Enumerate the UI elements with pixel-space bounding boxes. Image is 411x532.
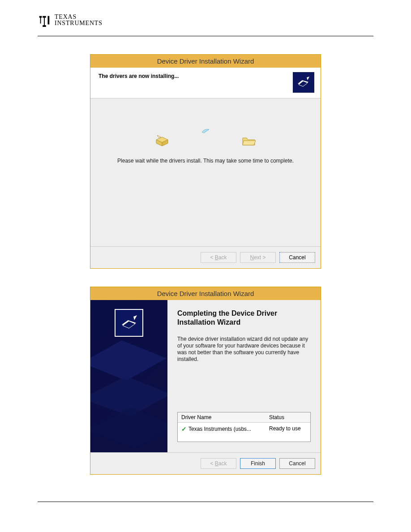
back-button: < Back <box>201 458 236 469</box>
brand-line1: TEXAS <box>55 14 103 20</box>
ti-logo-icon <box>38 13 51 27</box>
wizard-icon <box>293 72 314 93</box>
brand-line2: INSTRUMENTS <box>55 20 103 26</box>
progress-icons <box>90 134 321 147</box>
dialog2-paragraph: The device driver installation wizard di… <box>177 336 311 363</box>
col-driver-name: Driver Name <box>178 412 265 422</box>
driver-name-cell: Texas Instruments (usbs... <box>188 426 251 432</box>
install-complete-dialog: Device Driver Installation Wizard <box>90 287 321 475</box>
wizard-side-icon <box>115 309 143 337</box>
dialog2-heading: Completing the Device Driver Installatio… <box>177 309 311 327</box>
driver-status-cell: Ready to use <box>265 425 310 433</box>
cancel-button[interactable]: Cancel <box>279 252 315 263</box>
package-open-icon <box>154 134 170 147</box>
flying-file-icon <box>201 128 210 134</box>
finish-button[interactable]: Finish <box>240 458 276 469</box>
table-row: ✓ Texas Instruments (usbs... Ready to us… <box>178 423 310 442</box>
back-button: < Back <box>201 252 236 263</box>
cancel-button[interactable]: Cancel <box>279 458 315 469</box>
divider-bottom <box>38 502 373 502</box>
install-progress-dialog: Device Driver Installation Wizard The dr… <box>90 54 321 269</box>
dialog2-title: Device Driver Installation Wizard <box>90 287 321 300</box>
dialog1-title: Device Driver Installation Wizard <box>90 55 321 68</box>
divider-top <box>38 36 373 36</box>
brand-header: TEXAS INSTRUMENTS <box>38 13 373 27</box>
wizard-side-graphic <box>90 300 167 452</box>
driver-status-table: Driver Name Status ✓ Texas Instruments (… <box>177 412 311 442</box>
folder-icon <box>241 134 257 147</box>
dialog1-header-text: The drivers are now installing... <box>98 72 179 79</box>
check-icon: ✓ <box>181 425 187 433</box>
col-status: Status <box>265 412 310 422</box>
dialog1-message: Please wait while the drivers install. T… <box>90 158 321 182</box>
next-button: Next > <box>240 252 276 263</box>
